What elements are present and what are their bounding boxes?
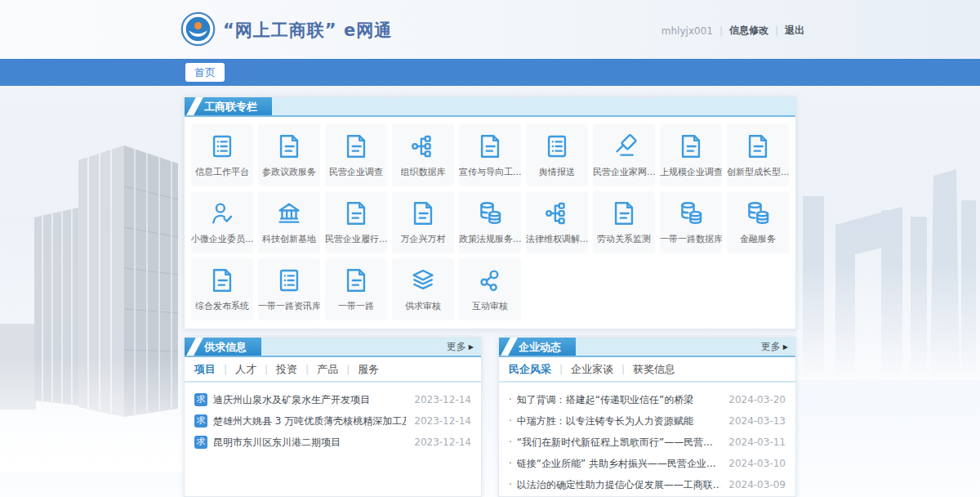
sub-tab[interactable]: 服务 [358, 362, 379, 377]
app-tile-label: 综合发布系统 [195, 300, 249, 312]
item-title: 昆明市东川区东川港二期项目 [213, 436, 406, 450]
app-tile[interactable]: 万企兴万村 [392, 191, 454, 253]
news-list: ·知了背调：搭建起“传递职业信任”的桥梁2024-03-20·中瑞方胜：以专注铸… [499, 383, 795, 495]
more-link[interactable]: 更多 ▶ [761, 338, 795, 356]
app-tile[interactable]: 政策法规服务... [459, 191, 521, 253]
app-tile[interactable]: 劳动关系监测 [593, 191, 655, 253]
app-tile-label: 创新型成长型... [727, 166, 789, 178]
news-list-item[interactable]: ·以法治的确定性助力提信心促发展——工商联...2024-03-09 [509, 474, 786, 495]
header-user-area: mhlyjx001 | 信息修改 | 退出 [662, 24, 804, 38]
database-icon [744, 199, 772, 227]
item-title: “我们在新时代新征程上凯歌而行”——民营... [517, 436, 720, 450]
app-tile[interactable]: 一带一路 [325, 258, 387, 320]
app-tile[interactable]: 民营企业履行... [325, 191, 387, 253]
app-tile-label: 互动审核 [472, 300, 508, 312]
app-tile-label: 民营企业调查 [329, 166, 383, 178]
app-tile[interactable]: 民营企业调查 [325, 124, 387, 186]
page-root: “网上工商联” e网通 mhlyjx001 | 信息修改 | 退出 首页 工商联… [0, 0, 980, 497]
item-date: 2024-03-20 [728, 394, 786, 405]
item-date: 2023-12-14 [414, 415, 471, 427]
sub-tab[interactable]: 人才 [235, 362, 256, 377]
bullet-icon: · [509, 394, 512, 405]
tab-separator: | [305, 364, 309, 375]
news-tab-row: 民企风采|企业家谈|获奖信息 [499, 357, 795, 383]
app-tile-label: 组织数据库 [401, 166, 446, 178]
app-tile[interactable]: 金融服务 [727, 191, 789, 253]
app-tile-label: 一带一路资讯库 [258, 300, 320, 312]
app-tile[interactable]: 综合发布系统 [191, 258, 253, 320]
doc-list-icon [208, 132, 236, 160]
sub-tab[interactable]: 产品 [317, 362, 338, 377]
supply-demand-panel: 供求信息 更多 ▶ 项目|人才|投资|产品|服务 求迪庆州山泉水及矿泉水生产开发… [184, 337, 482, 497]
news-list-item[interactable]: ·中瑞方胜：以专注铸专长为人力资源赋能2024-03-13 [509, 410, 786, 432]
supply-list: 求迪庆州山泉水及矿泉水生产开发项目2023-12-14求楚雄州大姚县 3 万吨优… [185, 383, 481, 453]
supply-list-item[interactable]: 求迪庆州山泉水及矿泉水生产开发项目2023-12-14 [194, 389, 471, 410]
app-tile[interactable]: 民营企业家网... [593, 124, 655, 186]
bullet-icon: · [509, 479, 512, 490]
app-tile-label: 金融服务 [740, 233, 776, 245]
demand-badge: 求 [194, 436, 207, 449]
doc-icon [342, 132, 370, 160]
panel-header: 企业动态 更多 ▶ [499, 338, 795, 357]
item-date: 2024-03-13 [728, 415, 786, 427]
sub-tab[interactable]: 民企风采 [509, 362, 551, 377]
navbar: 首页 [0, 59, 980, 86]
demand-badge: 求 [194, 414, 207, 428]
more-link[interactable]: 更多 ▶ [447, 338, 481, 356]
share-nodes-icon [476, 266, 504, 294]
item-title: 以法治的确定性助力提信心促发展——工商联... [517, 478, 720, 492]
app-tile-label: 科技创新基地 [262, 233, 316, 245]
supply-list-item[interactable]: 求昆明市东川区东川港二期项目2023-12-14 [194, 432, 471, 453]
app-tile[interactable]: 一带一路数据库 [660, 191, 722, 253]
item-title: 中瑞方胜：以专注铸专长为人力资源赋能 [517, 414, 720, 428]
app-tile[interactable]: 一带一路资讯库 [258, 258, 320, 320]
layers-icon [409, 266, 437, 294]
supply-list-item[interactable]: 求楚雄州大姚县 3 万吨优质薄壳核桃精深加工及科...2023-12-14 [194, 410, 471, 432]
federation-column-panel: 工商联专栏 信息工作平台参政议政服务民营企业调查组织数据库宣传与导向工...舆情… [184, 96, 796, 329]
app-tile-label: 万企兴万村 [401, 233, 446, 245]
doc-icon [342, 266, 370, 294]
news-list-item[interactable]: ·知了背调：搭建起“传递职业信任”的桥梁2024-03-20 [509, 389, 786, 410]
org-chart-icon [543, 199, 571, 227]
bank-icon [275, 199, 303, 227]
app-tile[interactable]: 互动审核 [459, 258, 521, 320]
item-date: 2024-03-09 [728, 479, 786, 490]
enterprise-news-panel: 企业动态 更多 ▶ 民企风采|企业家谈|获奖信息 ·知了背调：搭建起“传递职业信… [498, 337, 796, 497]
item-title: 链接“企业所能” 共助乡村振兴——民营企业... [517, 457, 720, 471]
app-tile[interactable]: 创新型成长型... [727, 124, 789, 186]
panel-header: 工商联专栏 [185, 97, 795, 117]
tab-separator: | [224, 364, 227, 375]
item-date: 2024-03-10 [728, 458, 786, 469]
sub-tab[interactable]: 项目 [194, 362, 216, 377]
app-tile-label: 民营企业家网... [593, 166, 655, 178]
app-tile-label: 法律维权调解... [526, 233, 588, 245]
nav-tab-home[interactable]: 首页 [185, 63, 225, 82]
app-tile[interactable]: 信息工作平台 [191, 124, 253, 186]
tab-separator: | [346, 364, 350, 375]
app-tile[interactable]: 上规模企业调查 [660, 124, 722, 186]
logout-link[interactable]: 退出 [785, 24, 804, 38]
doc-icon [476, 132, 504, 160]
doc-icon [342, 199, 370, 227]
tab-separator: | [265, 364, 268, 375]
sub-tab[interactable]: 获奖信息 [633, 362, 675, 377]
app-tile-label: 一带一路数据库 [660, 233, 722, 245]
app-tile[interactable]: 科技创新基地 [258, 191, 320, 253]
app-tile[interactable]: 法律维权调解... [526, 191, 588, 253]
news-list-item[interactable]: ·“我们在新时代新征程上凯歌而行”——民营...2024-03-11 [509, 432, 786, 453]
app-tile[interactable]: 舆情报送 [526, 124, 588, 186]
app-tile[interactable]: 宣传与导向工... [459, 124, 521, 186]
item-date: 2023-12-14 [414, 394, 471, 405]
app-tile[interactable]: 组织数据库 [392, 124, 454, 186]
app-tile-label: 一带一路 [338, 300, 374, 312]
tab-separator: | [559, 364, 563, 375]
edit-info-link[interactable]: 信息修改 [729, 24, 768, 38]
header-separator: | [775, 25, 778, 37]
app-tile[interactable]: 小微企业委员... [191, 191, 253, 253]
app-tile[interactable]: 供求审核 [392, 258, 454, 320]
app-tile[interactable]: 参政议政服务 [258, 124, 320, 186]
news-list-item[interactable]: ·链接“企业所能” 共助乡村振兴——民营企业...2024-03-10 [509, 453, 786, 474]
sub-tab[interactable]: 企业家谈 [571, 362, 613, 377]
sub-tab[interactable]: 投资 [276, 362, 297, 377]
more-label: 更多 [761, 340, 781, 354]
